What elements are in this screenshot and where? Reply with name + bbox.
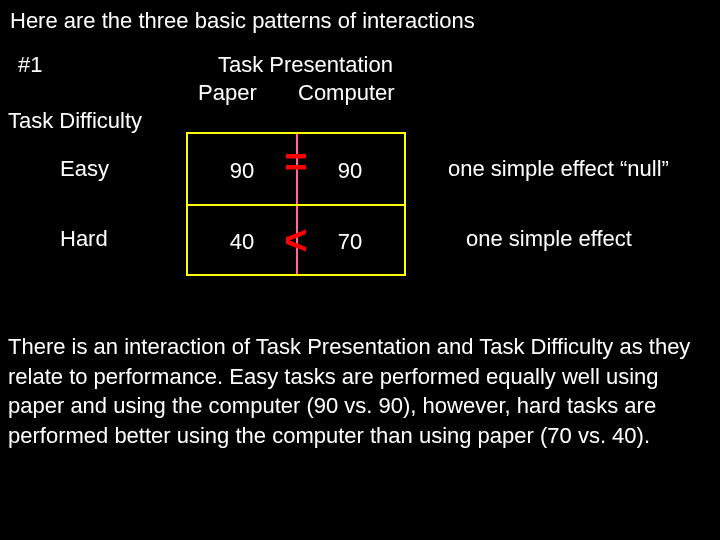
col-header-title: Task Presentation bbox=[218, 52, 393, 78]
cell-hard-computer: 70 bbox=[296, 225, 404, 255]
operator-easy: = bbox=[284, 142, 307, 182]
row-label-easy: Easy bbox=[60, 156, 109, 182]
operator-hard: < bbox=[284, 220, 307, 260]
cell-easy-computer: 90 bbox=[296, 154, 404, 184]
effect-label-hard: one simple effect bbox=[466, 226, 632, 252]
data-grid: 90 = 90 40 < 70 bbox=[186, 132, 406, 276]
col-header-computer: Computer bbox=[298, 80, 395, 106]
pattern-number: #1 bbox=[18, 52, 42, 78]
interaction-table-area: #1 Task Presentation Paper Computer Task… bbox=[8, 52, 712, 312]
cell-hard-paper: 40 bbox=[188, 225, 296, 255]
row-header-title: Task Difficulty bbox=[8, 108, 142, 134]
col-header-paper: Paper bbox=[198, 80, 257, 106]
page-title: Here are the three basic patterns of int… bbox=[10, 8, 712, 34]
grid-row-hard: 40 < 70 bbox=[188, 204, 404, 274]
row-label-hard: Hard bbox=[60, 226, 108, 252]
summary-text: There is an interaction of Task Presenta… bbox=[8, 332, 712, 451]
cell-easy-paper: 90 bbox=[188, 154, 296, 184]
grid-row-easy: 90 = 90 bbox=[188, 134, 404, 204]
effect-label-easy: one simple effect “null” bbox=[448, 156, 669, 182]
